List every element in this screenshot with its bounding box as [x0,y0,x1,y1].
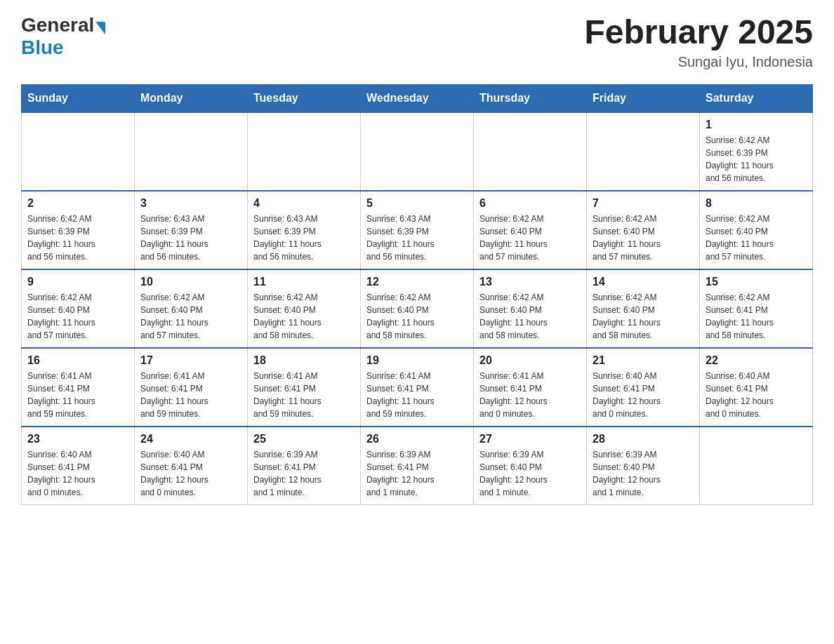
day-info: Sunrise: 6:41 AM Sunset: 6:41 PM Dayligh… [253,370,355,420]
calendar-cell: 7Sunrise: 6:42 AM Sunset: 6:40 PM Daylig… [587,191,700,269]
calendar-cell: 26Sunrise: 6:39 AM Sunset: 6:41 PM Dayli… [361,427,474,505]
weekday-header-wednesday: Wednesday [361,84,474,112]
calendar-cell [700,427,813,505]
calendar-cell: 4Sunrise: 6:43 AM Sunset: 6:39 PM Daylig… [248,191,361,269]
day-info: Sunrise: 6:42 AM Sunset: 6:39 PM Dayligh… [706,134,807,185]
calendar-cell [587,112,700,191]
day-info: Sunrise: 6:42 AM Sunset: 6:40 PM Dayligh… [27,291,128,342]
logo-area: General Blue [21,14,107,59]
calendar-cell: 9Sunrise: 6:42 AM Sunset: 6:40 PM Daylig… [22,269,135,348]
day-info: Sunrise: 6:43 AM Sunset: 6:39 PM Dayligh… [366,213,468,263]
day-info: Sunrise: 6:40 AM Sunset: 6:41 PM Dayligh… [140,448,241,499]
calendar-cell: 22Sunrise: 6:40 AM Sunset: 6:41 PM Dayli… [700,348,813,427]
day-info: Sunrise: 6:42 AM Sunset: 6:40 PM Dayligh… [593,213,694,263]
day-number: 13 [479,276,581,288]
calendar-cell: 12Sunrise: 6:42 AM Sunset: 6:40 PM Dayli… [361,269,474,348]
day-number: 15 [706,276,807,288]
logo-arrow-icon [95,22,105,34]
calendar-cell: 27Sunrise: 6:39 AM Sunset: 6:40 PM Dayli… [474,427,587,505]
day-number: 11 [253,276,355,288]
day-number: 18 [253,354,355,367]
calendar-cell: 2Sunrise: 6:42 AM Sunset: 6:39 PM Daylig… [22,191,135,269]
day-info: Sunrise: 6:42 AM Sunset: 6:40 PM Dayligh… [593,291,694,342]
day-info: Sunrise: 6:41 AM Sunset: 6:41 PM Dayligh… [140,370,241,420]
day-number: 9 [27,276,128,288]
calendar-table: SundayMondayTuesdayWednesdayThursdayFrid… [21,84,813,505]
day-number: 14 [593,276,694,288]
day-info: Sunrise: 6:43 AM Sunset: 6:39 PM Dayligh… [140,213,241,263]
day-info: Sunrise: 6:42 AM Sunset: 6:40 PM Dayligh… [253,291,355,342]
calendar-cell: 11Sunrise: 6:42 AM Sunset: 6:40 PM Dayli… [248,269,361,348]
day-number: 28 [593,433,694,445]
day-number: 8 [706,197,807,210]
calendar-cell: 3Sunrise: 6:43 AM Sunset: 6:39 PM Daylig… [135,191,248,269]
day-number: 10 [140,276,241,288]
day-info: Sunrise: 6:42 AM Sunset: 6:40 PM Dayligh… [706,213,807,263]
day-number: 5 [366,197,468,210]
day-number: 7 [593,197,694,210]
day-info: Sunrise: 6:40 AM Sunset: 6:41 PM Dayligh… [593,370,694,420]
day-number: 21 [593,354,694,367]
day-info: Sunrise: 6:40 AM Sunset: 6:41 PM Dayligh… [706,370,807,420]
calendar-cell: 28Sunrise: 6:39 AM Sunset: 6:40 PM Dayli… [587,427,700,505]
day-info: Sunrise: 6:42 AM Sunset: 6:41 PM Dayligh… [706,291,807,342]
day-info: Sunrise: 6:43 AM Sunset: 6:39 PM Dayligh… [253,213,355,263]
day-info: Sunrise: 6:39 AM Sunset: 6:40 PM Dayligh… [479,448,581,499]
day-number: 6 [479,197,581,210]
day-info: Sunrise: 6:42 AM Sunset: 6:40 PM Dayligh… [479,291,581,342]
calendar-cell [248,112,361,191]
day-info: Sunrise: 6:42 AM Sunset: 6:40 PM Dayligh… [366,291,468,342]
calendar-cell [361,112,474,191]
weekday-header-friday: Friday [587,84,700,112]
day-info: Sunrise: 6:39 AM Sunset: 6:41 PM Dayligh… [253,448,355,499]
calendar-cell: 5Sunrise: 6:43 AM Sunset: 6:39 PM Daylig… [361,191,474,269]
week-row-2: 2Sunrise: 6:42 AM Sunset: 6:39 PM Daylig… [22,191,813,269]
calendar-cell: 1Sunrise: 6:42 AM Sunset: 6:39 PM Daylig… [700,112,813,191]
weekday-header-saturday: Saturday [700,84,813,112]
calendar-cell: 25Sunrise: 6:39 AM Sunset: 6:41 PM Dayli… [248,427,361,505]
calendar-cell: 23Sunrise: 6:40 AM Sunset: 6:41 PM Dayli… [22,427,135,505]
calendar-cell [474,112,587,191]
day-number: 3 [140,197,241,210]
weekday-header-thursday: Thursday [474,84,587,112]
weekday-header-row: SundayMondayTuesdayWednesdayThursdayFrid… [22,84,813,112]
day-number: 17 [140,354,241,367]
day-number: 1 [706,119,807,131]
day-number: 19 [366,354,468,367]
header: General Blue February 2025 Sungai Iyu, I… [21,14,813,70]
day-number: 26 [366,433,468,445]
calendar-cell: 10Sunrise: 6:42 AM Sunset: 6:40 PM Dayli… [135,269,248,348]
week-row-3: 9Sunrise: 6:42 AM Sunset: 6:40 PM Daylig… [22,269,813,348]
day-number: 20 [479,354,581,367]
week-row-1: 1Sunrise: 6:42 AM Sunset: 6:39 PM Daylig… [22,112,813,191]
day-number: 25 [253,433,355,445]
day-number: 12 [366,276,468,288]
day-info: Sunrise: 6:39 AM Sunset: 6:41 PM Dayligh… [366,448,468,499]
day-number: 2 [27,197,128,210]
day-info: Sunrise: 6:41 AM Sunset: 6:41 PM Dayligh… [479,370,581,420]
weekday-header-monday: Monday [135,84,248,112]
day-info: Sunrise: 6:42 AM Sunset: 6:39 PM Dayligh… [27,213,128,263]
calendar-cell: 8Sunrise: 6:42 AM Sunset: 6:40 PM Daylig… [700,191,813,269]
calendar-cell: 16Sunrise: 6:41 AM Sunset: 6:41 PM Dayli… [22,348,135,427]
title-area: February 2025 Sungai Iyu, Indonesia [584,14,813,70]
day-number: 23 [27,433,128,445]
logo-blue-text: Blue [21,36,64,59]
calendar-cell: 21Sunrise: 6:40 AM Sunset: 6:41 PM Dayli… [587,348,700,427]
weekday-header-tuesday: Tuesday [248,84,361,112]
calendar-cell: 18Sunrise: 6:41 AM Sunset: 6:41 PM Dayli… [248,348,361,427]
day-number: 24 [140,433,241,445]
weekday-header-sunday: Sunday [22,84,135,112]
calendar-cell [135,112,248,191]
week-row-4: 16Sunrise: 6:41 AM Sunset: 6:41 PM Dayli… [22,348,813,427]
calendar-cell: 20Sunrise: 6:41 AM Sunset: 6:41 PM Dayli… [474,348,587,427]
location-subtitle: Sungai Iyu, Indonesia [584,54,813,70]
calendar-cell: 14Sunrise: 6:42 AM Sunset: 6:40 PM Dayli… [587,269,700,348]
day-info: Sunrise: 6:41 AM Sunset: 6:41 PM Dayligh… [366,370,468,420]
day-number: 27 [479,433,581,445]
day-info: Sunrise: 6:42 AM Sunset: 6:40 PM Dayligh… [140,291,241,342]
calendar-cell: 19Sunrise: 6:41 AM Sunset: 6:41 PM Dayli… [361,348,474,427]
day-info: Sunrise: 6:39 AM Sunset: 6:40 PM Dayligh… [593,448,694,499]
day-number: 22 [706,354,807,367]
logo: General [21,14,107,36]
